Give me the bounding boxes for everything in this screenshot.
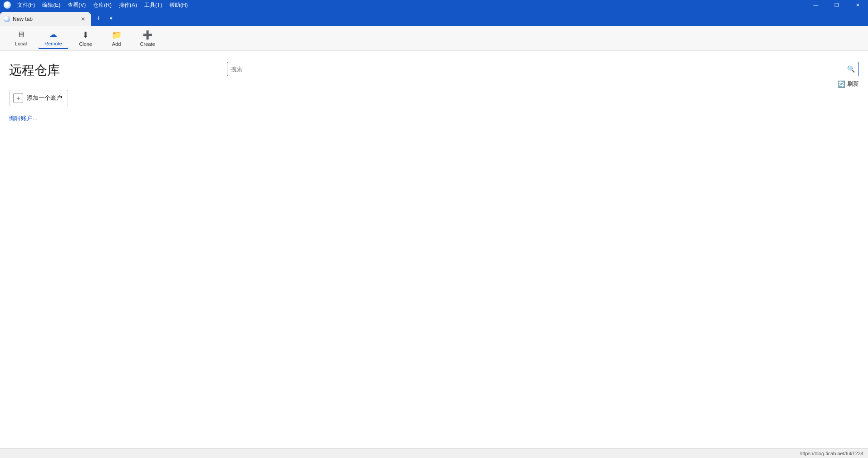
tab-favicon-icon	[4, 16, 10, 22]
statusbar-url: https://blog.ficab.net/ful/1234	[799, 451, 863, 456]
add-folder-icon: 📁	[112, 30, 122, 40]
toolbar-local-label: Local	[15, 41, 27, 46]
menu-tools[interactable]: 工具(T)	[141, 0, 166, 10]
menu-action[interactable]: 操作(A)	[115, 0, 141, 10]
menu-view[interactable]: 查看(V)	[64, 0, 89, 10]
statusbar: https://blog.ficab.net/ful/1234	[0, 448, 868, 458]
toolbar-create-button[interactable]: ➕ Create	[134, 28, 162, 49]
add-account-label: 添加一个账户	[27, 94, 62, 102]
page-title: 远程仓库	[9, 62, 209, 79]
window-controls: — ❐ ✕	[805, 0, 868, 10]
toolbar-local-button[interactable]: 🖥 Local	[7, 28, 34, 48]
minimize-button[interactable]: —	[805, 0, 826, 10]
toolbar-remote-button[interactable]: ☁ Remote	[38, 28, 69, 49]
plus-icon: +	[13, 93, 23, 103]
toolbar: 🖥 Local ☁ Remote ⬇ Clone 📁 Add ➕ Create	[0, 26, 868, 51]
toolbar-clone-label: Clone	[79, 41, 92, 47]
remote-icon: ☁	[49, 30, 57, 39]
right-panel: 🔍 🔄 刷新	[218, 51, 868, 458]
search-input[interactable]	[231, 66, 847, 73]
main-content: 远程仓库 + 添加一个账户 编辑账户... 🔍 🔄 刷新	[0, 51, 868, 458]
toolbar-clone-button[interactable]: ⬇ Clone	[72, 28, 99, 49]
tab-list-dropdown-button[interactable]: ▾	[105, 12, 117, 24]
clone-icon: ⬇	[82, 30, 89, 40]
toolbar-add-button[interactable]: 📁 Add	[103, 28, 130, 49]
menu-help[interactable]: 帮助(H)	[166, 0, 191, 10]
app-logo-icon	[4, 1, 11, 9]
tab-close-button[interactable]: ✕	[79, 15, 87, 23]
tab-title: New tab	[13, 16, 76, 22]
titlebar: 文件(F) 编辑(E) 查看(V) 仓库(R) 操作(A) 工具(T) 帮助(H…	[0, 0, 868, 10]
tabbar-actions: + ▾	[93, 12, 117, 24]
refresh-row[interactable]: 🔄 刷新	[227, 80, 859, 88]
search-row: 🔍	[227, 62, 859, 76]
tab-newtab[interactable]: New tab ✕	[0, 12, 91, 26]
menu-file[interactable]: 文件(F)	[14, 0, 39, 10]
menu-edit[interactable]: 编辑(E)	[39, 0, 64, 10]
toolbar-remote-label: Remote	[44, 41, 62, 46]
toolbar-add-label: Add	[112, 41, 121, 47]
restore-button[interactable]: ❐	[826, 0, 847, 10]
add-account-button[interactable]: + 添加一个账户	[9, 90, 68, 106]
refresh-icon: 🔄	[838, 80, 845, 88]
close-button[interactable]: ✕	[847, 0, 868, 10]
search-box: 🔍	[227, 62, 859, 76]
search-icon: 🔍	[847, 65, 855, 73]
edit-account-link[interactable]: 编辑账户...	[9, 114, 209, 123]
new-tab-button[interactable]: +	[93, 12, 104, 24]
menu-repo[interactable]: 仓库(R)	[89, 0, 115, 10]
menu-bar: 文件(F) 编辑(E) 查看(V) 仓库(R) 操作(A) 工具(T) 帮助(H…	[14, 0, 805, 10]
left-panel: 远程仓库 + 添加一个账户 编辑账户...	[0, 51, 218, 458]
local-icon: 🖥	[17, 30, 25, 39]
refresh-label: 刷新	[847, 80, 859, 88]
toolbar-create-label: Create	[140, 41, 155, 47]
tabbar: New tab ✕ + ▾	[0, 10, 868, 26]
create-icon: ➕	[142, 30, 152, 40]
